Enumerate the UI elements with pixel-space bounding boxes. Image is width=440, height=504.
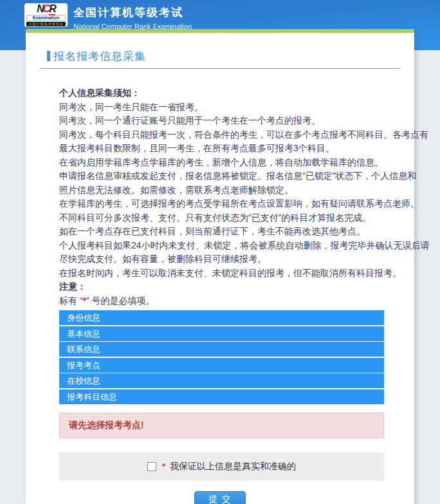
notice-line: 在报名时间内，考生可以取消未支付、未锁定科目的报考，但不能取消所有科目报考。 [59,266,414,281]
content-card: 报名报考信息采集 个人信息采集须知：同考次，同一考生只能在一省报考。同考次，同一… [26,29,414,504]
error-message-box: 请先选择报考考点! [59,413,384,438]
logo-black-strip: 全国计算机等级考试 [26,22,66,26]
confirm-label: 我保证以上信息是真实和准确的 [170,461,296,472]
notice-lines: 个人信息采集须知：同考次，同一考生只能在一省报考。同考次，同一个通行证账号只能用… [59,86,414,294]
logo-letter-n: N [37,3,43,14]
ncre-logo: NCR Examination 全国计算机等级考试 [24,3,68,27]
header-titles: 全国计算机等级考试 National Computer Rank Examina… [73,5,192,30]
notice-line: 同考次，同一考生只能在一省报考。 [59,100,414,115]
notice-line: 同考次，同一个通行证账号只能用于一个考生在一个考点的报考。 [59,114,414,128]
accordion-section-bar[interactable]: 联系信息 [59,342,384,357]
page-title: 报名报考信息采集 [53,50,146,62]
notice-line: 个人信息采集须知： [59,86,414,100]
submit-row: 提 交 [26,491,414,504]
notice-line: 在省内启用学籍库考点学籍库的考生，新增个人信息，将自动加载学籍库的信息。 [59,156,414,170]
accordion-section-bar[interactable]: 报考科目信息 [59,389,384,404]
notice-line: 如在一个考点存在已支付科目，则当前通行证下，考生不能再改选其他考点。 [59,225,414,239]
notice-line: 注意： [59,280,414,294]
title-accent-bar [47,51,50,61]
logo-letter-c: C [43,3,50,14]
required-hint-suffix: ” 号的是必填项。 [86,295,155,306]
ncre-logo-letters: NCR [26,4,66,14]
confirm-checkbox[interactable] [147,462,156,471]
submit-button[interactable]: 提 交 [194,491,246,504]
notice-line: 申请报名信息审核或发起支付，报名信息将被锁定。报名信息“已锁定”状态下，个人信息… [59,169,414,183]
error-message-text: 请先选择报考考点! [69,420,144,431]
required-hint-prefix: 标有 “ [59,295,83,306]
accordion-section-bar[interactable]: 基本信息 [59,326,384,341]
accordion-section-bar[interactable]: 在校信息 [59,373,384,388]
site-title-chinese: 全国计算机等级考试 [73,5,192,20]
notice-line: 尽快完成支付。如有容量，被删除科目可继续报考。 [59,252,414,266]
notice-block: 个人信息采集须知：同考次，同一考生只能在一省报考。同考次，同一个通行证账号只能用… [59,86,414,308]
logo-examination-label: Examination [26,15,66,21]
section-accordion: 身份信息基本信息联系信息报考考点在校信息报考科目信息 [59,310,384,404]
notice-line: 在学籍库的考生，可选择报考的考点受学籍所在考点设置影响，如有疑问请联系考点老师。 [59,197,414,211]
notice-line: 同考次，每个科目只能报考一次，符合条件的考生，可以在多个考点报考不同科目。各考点… [59,128,414,142]
notice-line: 最大报考科目数限制，且同一考生，在所有考点最多可报考3个科目。 [59,142,414,156]
notice-line: 不同科目可分多次报考、支付。只有支付状态为“已支付”的科目才算报名完成。 [59,211,414,225]
logo-letter-r: R [49,3,55,15]
notice-line: 照片信息无法修改。如需修改，需联系考点老师解除锁定。 [59,183,414,198]
required-hint-line: 标有 “*” 号的是必填项。 [59,294,414,308]
page-title-row: 报名报考信息采集 [47,49,398,64]
confirm-required-asterisk: * [162,462,165,471]
notice-line: 个人报考科目如果24小时内未支付、未锁定，将会被系统自动删除，报考完毕并确认无误… [59,239,414,253]
confirm-bar: * 我保证以上信息是真实和准确的 [59,453,384,481]
accordion-section-bar[interactable]: 身份信息 [59,310,384,325]
accordion-section-bar[interactable]: 报考考点 [59,358,384,373]
title-divider [40,68,400,69]
